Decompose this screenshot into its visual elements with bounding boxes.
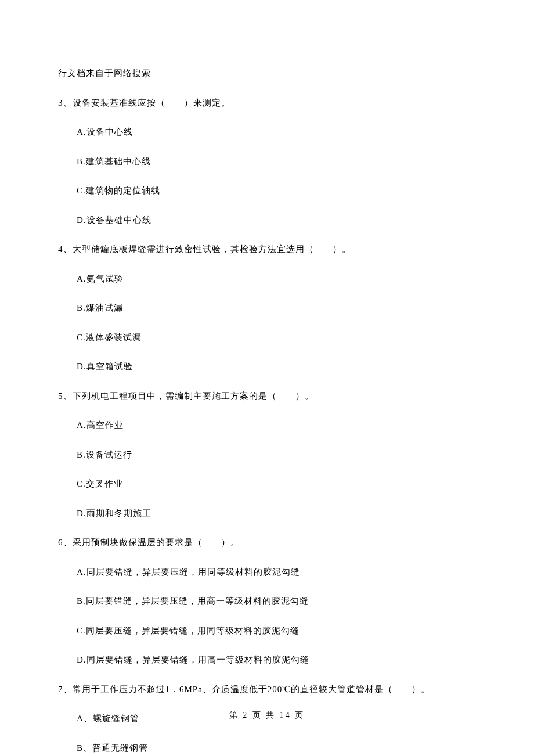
option-d: D.真空箱试验 [58, 360, 476, 373]
option-c: C.同层要压缝，异层要错缝，用同等级材料的胶泥勾缝 [58, 624, 476, 638]
question-text: 3、设备安装基准线应按（ ）来测定。 [58, 96, 476, 110]
option-a: A.氨气试验 [58, 272, 476, 286]
question-6: 6、采用预制块做保温层的要求是（ ）。 A.同层要错缝，异层要压缝，用同等级材料… [58, 536, 476, 667]
question-text: 6、采用预制块做保温层的要求是（ ）。 [58, 536, 476, 549]
option-d: D.设备基础中心线 [58, 214, 476, 227]
option-b: B.建筑基础中心线 [58, 155, 476, 168]
option-c: C.交叉作业 [58, 477, 476, 491]
option-b: B.设备试运行 [58, 448, 476, 462]
option-c: C.液体盛装试漏 [58, 331, 476, 344]
question-text: 4、大型储罐底板焊缝需进行致密性试验，其检验方法宜选用（ ）。 [58, 243, 476, 256]
option-b: B.同层要错缝，异层要压缝，用高一等级材料的胶泥勾缝 [58, 595, 476, 608]
question-text: 5、下列机电工程项目中，需编制主要施工方案的是（ ）。 [58, 390, 476, 403]
option-c: C.建筑物的定位轴线 [58, 184, 476, 197]
question-3: 3、设备安装基准线应按（ ）来测定。 A.设备中心线 B.建筑基础中心线 C.建… [58, 96, 476, 227]
header-note: 行文档来自于网络搜索 [58, 67, 476, 80]
question-text: 7、常用于工作压力不超过1．6MPa、介质温度低于200℃的直径较大管道管材是（… [58, 683, 476, 696]
question-5: 5、下列机电工程项目中，需编制主要施工方案的是（ ）。 A.高空作业 B.设备试… [58, 390, 476, 520]
option-a: A.高空作业 [58, 419, 476, 432]
option-a: A.设备中心线 [58, 125, 476, 139]
document-page: 行文档来自于网络搜索 3、设备安装基准线应按（ ）来测定。 A.设备中心线 B.… [0, 0, 534, 756]
option-b: B.煤油试漏 [58, 301, 476, 315]
option-a: A.同层要错缝，异层要压缝，用同等级材料的胶泥勾缝 [58, 566, 476, 579]
question-4: 4、大型储罐底板焊缝需进行致密性试验，其检验方法宜选用（ ）。 A.氨气试验 B… [58, 243, 476, 373]
option-d: D.雨期和冬期施工 [58, 507, 476, 520]
page-footer: 第 2 页 共 14 页 [0, 709, 534, 721]
option-b: B、普通无缝钢管 [58, 741, 476, 755]
option-d: D.同层要错缝，异层要错缝，用高一等级材料的胶泥勾缝 [58, 653, 476, 667]
